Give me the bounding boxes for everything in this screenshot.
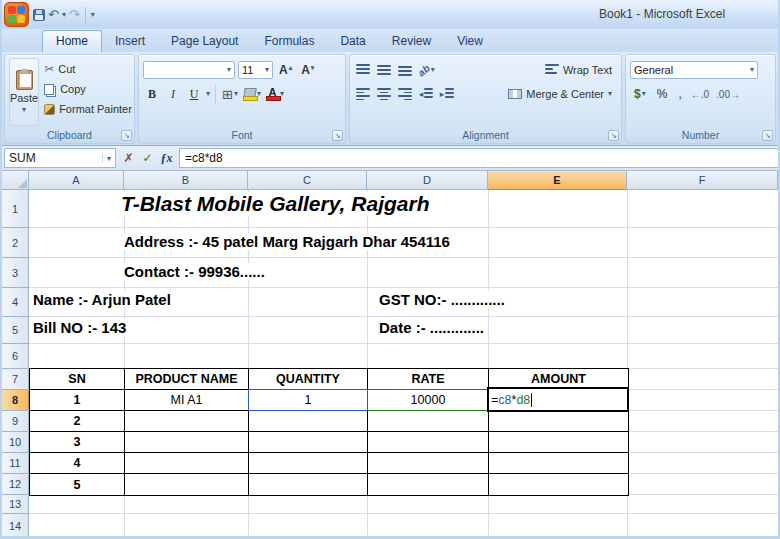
number-format-combo[interactable]: General ▾ bbox=[630, 61, 758, 79]
contact-cell[interactable]: Contact :- 99936...... bbox=[122, 263, 267, 280]
customize-qat-icon[interactable]: ▾ bbox=[91, 11, 95, 19]
address-cell[interactable]: Address :- 45 patel Marg Rajgarh Dhar 45… bbox=[122, 233, 452, 250]
comma-style-button[interactable]: , bbox=[674, 85, 685, 104]
row-header-3[interactable]: 3 bbox=[2, 258, 29, 288]
tab-home[interactable]: Home bbox=[42, 30, 102, 52]
align-left-button[interactable] bbox=[354, 85, 372, 104]
row-header-4[interactable]: 4 bbox=[2, 288, 29, 317]
font-dialog-launcher[interactable]: ↘ bbox=[332, 130, 343, 141]
paste-dropdown-icon[interactable]: ▾ bbox=[22, 106, 26, 114]
cell-a12[interactable]: 5 bbox=[30, 474, 125, 495]
tab-page-layout[interactable]: Page Layout bbox=[158, 31, 251, 52]
customer-name-cell[interactable]: Name :- Arjun Patel bbox=[31, 291, 173, 308]
format-painter-button[interactable]: Format Painter bbox=[44, 101, 132, 117]
font-size-combo[interactable]: 11 ▾ bbox=[238, 61, 273, 79]
table-header-rate[interactable]: RATE bbox=[368, 369, 489, 390]
align-right-button[interactable] bbox=[396, 85, 414, 104]
cell-b10[interactable] bbox=[125, 432, 249, 453]
column-header-d[interactable]: D bbox=[367, 171, 488, 190]
cell-c8[interactable]: 1 bbox=[249, 390, 368, 411]
row-header-6[interactable]: 6 bbox=[2, 344, 29, 369]
cell-a11[interactable]: 4 bbox=[30, 453, 125, 474]
cell-b12[interactable] bbox=[125, 474, 249, 495]
cell-c10[interactable] bbox=[249, 432, 368, 453]
row-header-2[interactable]: 2 bbox=[2, 228, 29, 258]
percent-style-button[interactable]: % bbox=[653, 85, 672, 104]
cell-e12[interactable] bbox=[489, 474, 628, 495]
cell-a10[interactable]: 3 bbox=[30, 432, 125, 453]
cell-c12[interactable] bbox=[249, 474, 368, 495]
paste-button[interactable]: Paste ▾ bbox=[9, 58, 39, 126]
active-cell-e8-editor[interactable]: =c8*d8 bbox=[487, 387, 629, 412]
column-header-f[interactable]: F bbox=[627, 171, 778, 190]
tab-review[interactable]: Review bbox=[379, 31, 444, 52]
cell-a8[interactable]: 1 bbox=[30, 390, 125, 411]
row-header-5[interactable]: 5 bbox=[2, 317, 29, 344]
orientation-button[interactable]: ab▾ bbox=[417, 61, 436, 80]
cancel-button[interactable]: ✗ bbox=[120, 151, 137, 165]
grow-font-button[interactable]: A▴ bbox=[276, 63, 295, 77]
accounting-format-button[interactable]: $▾ bbox=[630, 85, 650, 104]
row-header-11[interactable]: 11 bbox=[2, 453, 29, 474]
fill-color-button[interactable]: ▾ bbox=[242, 85, 262, 104]
name-box-dropdown-icon[interactable]: ▾ bbox=[102, 154, 111, 163]
date-cell[interactable]: Date :- ............. bbox=[377, 319, 486, 336]
gst-cell[interactable]: GST NO:- ............. bbox=[377, 291, 507, 308]
table-header-sn[interactable]: SN bbox=[30, 369, 125, 390]
cell-c11[interactable] bbox=[249, 453, 368, 474]
row-header-1[interactable]: 1 bbox=[2, 190, 29, 228]
increase-decimal-button[interactable]: ←.0 bbox=[689, 89, 711, 100]
copy-button[interactable]: Copy bbox=[44, 81, 132, 97]
number-dialog-launcher[interactable]: ↘ bbox=[762, 130, 773, 141]
shrink-font-button[interactable]: A▾ bbox=[298, 63, 317, 77]
increase-indent-button[interactable]: ▸ bbox=[438, 85, 456, 104]
wrap-text-button[interactable]: Wrap Text bbox=[540, 62, 617, 78]
cell-e10[interactable] bbox=[489, 432, 628, 453]
formula-input[interactable]: =c8*d8 bbox=[179, 148, 778, 168]
bold-button[interactable]: B bbox=[143, 85, 161, 104]
cell-a9[interactable]: 2 bbox=[30, 411, 125, 432]
cell-e11[interactable] bbox=[489, 453, 628, 474]
row-header-10[interactable]: 10 bbox=[2, 432, 29, 453]
cell-b8[interactable]: MI A1 bbox=[125, 390, 249, 411]
underline-button[interactable]: U bbox=[185, 85, 203, 104]
tab-insert[interactable]: Insert bbox=[102, 31, 158, 52]
row-header-13[interactable]: 13 bbox=[2, 495, 29, 514]
table-header-quantity[interactable]: QUANTITY bbox=[249, 369, 368, 390]
row-header-14[interactable]: 14 bbox=[2, 514, 29, 539]
column-header-a[interactable]: A bbox=[29, 171, 124, 190]
row-header-9[interactable]: 9 bbox=[2, 411, 29, 432]
borders-button[interactable]: ⊞▾ bbox=[221, 85, 239, 104]
font-name-combo[interactable]: ▾ bbox=[143, 61, 235, 79]
cell-d10[interactable] bbox=[368, 432, 489, 453]
cells-area[interactable]: T-Blast Mobile Gallery, Rajgarh Address … bbox=[29, 190, 778, 539]
cell-e9[interactable] bbox=[489, 411, 628, 432]
column-header-e[interactable]: E bbox=[488, 171, 627, 190]
align-center-button[interactable] bbox=[375, 85, 393, 104]
alignment-dialog-launcher[interactable]: ↘ bbox=[608, 130, 619, 141]
row-header-7[interactable]: 7 bbox=[2, 369, 29, 390]
clipboard-dialog-launcher[interactable]: ↘ bbox=[121, 130, 132, 141]
cell-d11[interactable] bbox=[368, 453, 489, 474]
undo-button[interactable]: ↶ bbox=[48, 7, 59, 22]
cell-b9[interactable] bbox=[125, 411, 249, 432]
save-icon[interactable] bbox=[33, 9, 45, 21]
name-box[interactable]: SUM ▾ bbox=[4, 148, 116, 168]
column-header-b[interactable]: B bbox=[124, 171, 248, 190]
cell-c9[interactable] bbox=[249, 411, 368, 432]
align-bottom-button[interactable] bbox=[396, 61, 414, 80]
cell-d12[interactable] bbox=[368, 474, 489, 495]
cut-button[interactable]: ✂ Cut bbox=[44, 61, 132, 77]
undo-dropdown-icon[interactable]: ▾ bbox=[62, 11, 66, 19]
row-header-12[interactable]: 12 bbox=[2, 474, 29, 495]
underline-dropdown-icon[interactable]: ▾ bbox=[206, 90, 210, 98]
redo-button[interactable]: ↷ bbox=[69, 7, 80, 22]
cell-d9[interactable] bbox=[368, 411, 489, 432]
align-top-button[interactable] bbox=[354, 61, 372, 80]
font-color-button[interactable]: A▾ bbox=[265, 85, 285, 104]
cell-d8[interactable]: 10000 bbox=[368, 390, 489, 411]
tab-data[interactable]: Data bbox=[327, 31, 378, 52]
insert-function-button[interactable]: ƒx bbox=[158, 151, 175, 166]
cell-b11[interactable] bbox=[125, 453, 249, 474]
table-header-product[interactable]: PRODUCT NAME bbox=[125, 369, 249, 390]
